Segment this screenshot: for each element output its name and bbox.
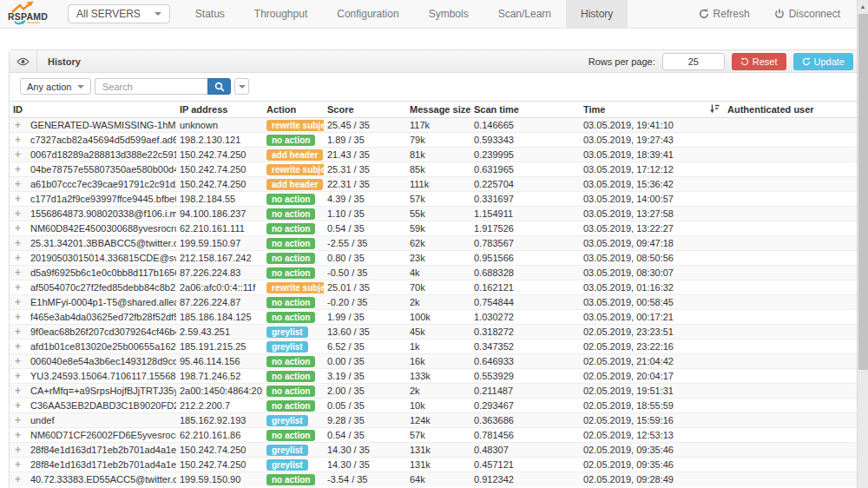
cell-message-size: 55k	[406, 207, 470, 221]
action-badge: greylist	[266, 415, 308, 426]
column-header-scan-time[interactable]: Scan time	[470, 102, 580, 118]
refresh-button[interactable]: Refresh	[699, 8, 750, 20]
cell-action: no action	[263, 384, 324, 399]
column-header-id[interactable]: ID	[10, 102, 176, 118]
table-row: +a61b07ccc7ec39cae91791c2c91d24a88d53879…	[10, 177, 860, 192]
top-navbar: RSPAMD All SERVERS Status Throughput Con…	[0, 0, 868, 29]
preview-toggle-button[interactable]	[10, 50, 37, 72]
nav-item-configuration[interactable]: Configuration	[322, 0, 413, 29]
column-header-ip[interactable]: IP address	[176, 102, 263, 118]
expand-row-button[interactable]: +	[10, 236, 27, 251]
search-input[interactable]	[95, 78, 207, 95]
cell-time: 03.05.2019, 00:58:45	[580, 295, 724, 310]
expand-row-button[interactable]: +	[10, 443, 27, 458]
expand-row-button[interactable]: +	[10, 177, 27, 192]
scrollbar-thumb[interactable]	[858, 14, 868, 370]
cell-authenticated-user	[724, 295, 860, 310]
expand-row-button[interactable]: +	[10, 413, 27, 428]
update-button[interactable]: Update	[793, 53, 853, 70]
expand-row-button[interactable]: +	[10, 251, 27, 266]
cell-action: greylist	[263, 443, 324, 458]
column-header-time[interactable]: Time	[580, 102, 724, 118]
search-button[interactable]	[207, 78, 231, 95]
server-selector[interactable]: All SERVERS	[68, 4, 170, 23]
expand-row-button[interactable]: +	[10, 280, 27, 295]
search-options-button[interactable]	[234, 78, 249, 95]
cell-scan-time: 0.146665	[470, 118, 580, 133]
cell-action: greylist	[263, 325, 324, 340]
rspamd-logo[interactable]: RSPAMD	[7, 1, 54, 27]
action-filter-select[interactable]: Any action	[20, 78, 91, 95]
history-panel: History Rows per page: Reset Upd	[9, 49, 859, 488]
expand-row-button[interactable]: +	[10, 192, 27, 207]
table-row: +E1hMFyi-0004p1-T5@shared.alleanza.ru87.…	[10, 295, 860, 310]
expand-row-button[interactable]: +	[10, 472, 27, 487]
rows-per-page-input[interactable]	[662, 53, 725, 70]
expand-row-button[interactable]: +	[10, 148, 27, 162]
cell-message-size: 4k	[406, 266, 470, 280]
expand-row-button[interactable]: +	[10, 310, 27, 325]
cell-scan-time: 1.917526	[470, 221, 580, 236]
cell-message-id: 20190503015014.336815CDE@svc1.babysfera.…	[27, 251, 176, 266]
expand-row-button[interactable]: +	[10, 221, 27, 236]
disconnect-button[interactable]: Disconnect	[774, 8, 840, 20]
cell-message-size: 62k	[406, 236, 470, 251]
nav-item-throughput[interactable]: Throughput	[240, 0, 322, 29]
scroll-up-icon[interactable]: ▲	[858, 0, 868, 13]
cell-authenticated-user	[724, 443, 860, 458]
cell-scan-time: 0.912342	[470, 472, 580, 487]
cell-message-id: 006040e8e54a3b6ec1493128d9cde82f@pasys.r…	[27, 354, 176, 369]
action-badge: no action	[266, 194, 315, 205]
table-row: +28f84e1d163d171eb2b701ad4a1e3228b29026@…	[10, 443, 860, 458]
cell-authenticated-user	[724, 118, 860, 133]
expand-row-button[interactable]: +	[10, 133, 27, 148]
expand-row-button[interactable]: +	[10, 399, 27, 413]
action-badge: greylist	[266, 459, 308, 471]
cell-message-size: 85k	[406, 162, 470, 177]
expand-row-button[interactable]: +	[10, 369, 27, 384]
table-row: +1556864873.908020338@f106.i.mail.ru94.1…	[10, 207, 860, 221]
expand-row-button[interactable]: +	[10, 325, 27, 340]
column-header-authenticated-user[interactable]: Authenticated user	[724, 102, 860, 118]
expand-row-button[interactable]: +	[10, 118, 27, 133]
cell-scan-time: 0.162121	[470, 280, 580, 295]
cell-message-id: afd1b01ce813020e25b00655a162e8e5dae92aa1…	[27, 340, 176, 354]
expand-row-button[interactable]: +	[10, 340, 27, 354]
table-row: +28f84e1d163d171eb2b701ad4a1e3228b29026@…	[10, 458, 860, 472]
cell-authenticated-user	[724, 384, 860, 399]
column-header-score[interactable]: Score	[324, 102, 406, 118]
cell-message-size: 117k	[406, 118, 470, 133]
cell-message-size: 59k	[406, 221, 470, 236]
reset-button[interactable]: Reset	[732, 53, 786, 70]
column-header-size[interactable]: Message size	[406, 102, 470, 118]
cell-scan-time: 0.293467	[470, 399, 580, 413]
sort-icon[interactable]	[710, 104, 720, 115]
cell-message-id: 28f84e1d163d171eb2b701ad4a1e3228b29026@p…	[27, 443, 176, 458]
chevron-down-icon	[155, 12, 161, 16]
expand-row-button[interactable]: +	[10, 207, 27, 221]
nav-item-history[interactable]: History	[566, 0, 628, 29]
expand-row-button[interactable]: +	[10, 458, 27, 472]
cell-time: 03.05.2019, 17:12:12	[580, 162, 724, 177]
cell-ip-address: 199.59.150.97	[176, 236, 263, 251]
cell-time: 02.05.2019, 20:04:17	[580, 369, 724, 384]
nav-item-status[interactable]: Status	[181, 0, 240, 29]
expand-row-button[interactable]: +	[10, 354, 27, 369]
table-row: +40.72.33383.ED55ACC5@twitter.com199.59.…	[10, 472, 860, 487]
cell-authenticated-user	[724, 236, 860, 251]
nav-item-scan-learn[interactable]: Scan/Learn	[483, 0, 566, 29]
expand-row-button[interactable]: +	[10, 266, 27, 280]
column-header-action[interactable]: Action	[263, 102, 324, 118]
expand-row-button[interactable]: +	[10, 384, 27, 399]
expand-row-button[interactable]: +	[10, 428, 27, 443]
cell-ip-address: 185.162.92.193	[176, 413, 263, 428]
expand-row-button[interactable]: +	[10, 162, 27, 177]
nav-item-symbols[interactable]: Symbols	[414, 0, 483, 29]
cell-ip-address: 150.242.74.250	[176, 443, 263, 458]
expand-row-button[interactable]: +	[10, 295, 27, 310]
vertical-scrollbar[interactable]: ▲	[857, 0, 868, 488]
cell-message-size: 81k	[406, 148, 470, 162]
refresh-label: Refresh	[713, 8, 750, 20]
cell-scan-time: 0.593343	[470, 133, 580, 148]
cell-time: 02.05.2019, 09:28:49	[580, 472, 724, 487]
